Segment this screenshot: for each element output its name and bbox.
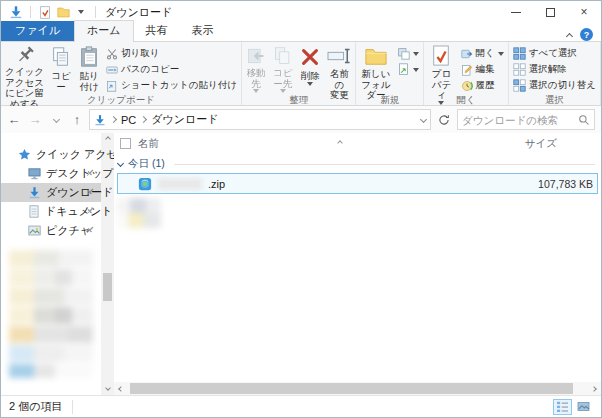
move-to-icon bbox=[246, 45, 266, 66]
large-icons-view-button[interactable] bbox=[574, 399, 593, 415]
new-folder-icon bbox=[364, 45, 388, 67]
delete-label: 削除 bbox=[301, 71, 320, 82]
address-dropdown-icon[interactable] bbox=[420, 116, 427, 123]
copy-path-icon bbox=[106, 64, 118, 76]
breadcrumb[interactable]: PC ダウンロード bbox=[89, 109, 431, 130]
collapse-ribbon-icon[interactable] bbox=[567, 29, 572, 41]
back-button[interactable]: ← bbox=[5, 111, 23, 129]
forward-button[interactable]: → bbox=[26, 111, 44, 129]
move-to-button[interactable]: 移動先 bbox=[243, 43, 269, 93]
tab-file[interactable]: ファイル bbox=[1, 21, 74, 41]
paste-shortcut-button[interactable]: ショートカットの貼り付け bbox=[103, 78, 240, 93]
qat-new-folder-icon[interactable] bbox=[54, 3, 72, 21]
document-icon bbox=[28, 205, 40, 218]
scrollbar-track[interactable] bbox=[101, 145, 114, 383]
pictures-icon bbox=[28, 225, 41, 236]
up-button[interactable]: ↑ bbox=[68, 111, 86, 129]
history-button[interactable]: 履歴 bbox=[458, 78, 507, 93]
main-area: クイック アクセス デスクトップ ダウンロード bbox=[1, 133, 601, 395]
breadcrumb-pc[interactable]: PC bbox=[121, 114, 136, 126]
copy-path-label: パスのコピー bbox=[121, 63, 179, 76]
cut-label: 切り取り bbox=[121, 47, 159, 60]
scroll-left-icon[interactable] bbox=[114, 387, 128, 391]
close-button[interactable]: × bbox=[567, 1, 601, 23]
cut-button[interactable]: 切り取り bbox=[103, 46, 240, 61]
sidebar-scrollbar[interactable] bbox=[101, 133, 114, 395]
delete-x-icon bbox=[299, 45, 321, 69]
sidebar-item-documents[interactable]: ドキュメント bbox=[1, 202, 101, 221]
hscrollbar-thumb[interactable] bbox=[130, 383, 573, 394]
details-view-button[interactable] bbox=[553, 399, 572, 415]
large-icons-view-icon bbox=[577, 401, 590, 412]
sort-ascending-icon[interactable] bbox=[338, 135, 342, 147]
maximize-icon bbox=[546, 8, 555, 17]
ribbon-tabs: ファイル ホーム 共有 表示 ? bbox=[1, 23, 601, 42]
sidebar-item-downloads[interactable]: ダウンロード bbox=[1, 183, 101, 202]
paste-button[interactable]: 貼り付け bbox=[75, 43, 103, 93]
delete-button[interactable]: 削除 bbox=[296, 43, 324, 93]
properties-button[interactable]: プロパティ bbox=[425, 43, 457, 93]
select-none-button[interactable]: 選択解除 bbox=[510, 62, 599, 77]
open-button[interactable]: 開く bbox=[458, 46, 507, 61]
tab-home[interactable]: ホーム bbox=[74, 20, 134, 42]
copy-button[interactable]: コピー bbox=[47, 43, 75, 93]
explorer-window: ダウンロード × ファイル ホーム 共有 表示 ? クイック アクセス bbox=[0, 0, 602, 418]
group-collapse-icon[interactable] bbox=[117, 159, 124, 166]
select-all-label: すべて選択 bbox=[529, 47, 577, 60]
copy-to-button[interactable]: コピー先 bbox=[269, 43, 296, 93]
divider bbox=[95, 6, 96, 18]
column-header-size[interactable]: サイズ bbox=[525, 137, 557, 151]
scroll-down-icon[interactable] bbox=[101, 383, 114, 395]
rename-button[interactable]: 名前の 変更 bbox=[324, 43, 354, 93]
breadcrumb-downloads[interactable]: ダウンロード bbox=[151, 112, 218, 127]
select-all-icon bbox=[513, 47, 526, 60]
select-all-checkbox[interactable] bbox=[120, 138, 131, 149]
column-header-name[interactable]: 名前 bbox=[138, 137, 159, 151]
recent-locations-dropdown[interactable] bbox=[47, 111, 65, 129]
file-row-zip[interactable]: .zip 107,783 KB bbox=[117, 173, 598, 194]
qat-customize-dropdown[interactable] bbox=[72, 3, 90, 21]
scroll-up-icon[interactable] bbox=[101, 133, 114, 145]
minimize-button[interactable] bbox=[499, 1, 533, 23]
easy-access-dropdown bbox=[413, 68, 419, 72]
tab-view[interactable]: 表示 bbox=[180, 21, 226, 41]
search-input[interactable] bbox=[462, 114, 578, 126]
sidebar-item-pictures[interactable]: ピクチャ bbox=[1, 221, 101, 240]
invert-selection-label: 選択の切り替え bbox=[529, 79, 596, 92]
paste-icon bbox=[78, 45, 100, 69]
properties-icon bbox=[431, 45, 451, 67]
open-dropdown bbox=[498, 52, 504, 56]
edit-button[interactable]: 編集 bbox=[458, 62, 507, 77]
copy-path-button[interactable]: パスのコピー bbox=[103, 62, 240, 77]
group-header-today[interactable]: 今日 (1) bbox=[114, 155, 601, 173]
pin-icon bbox=[85, 187, 95, 197]
ribbon-group-open: プロパティ 開く 編集 bbox=[424, 42, 509, 105]
pin-to-quick-access-button[interactable]: クイック アクセス にピン留めする bbox=[2, 43, 47, 93]
invert-selection-button[interactable]: 選択の切り替え bbox=[510, 78, 599, 93]
file-size: 107,783 KB bbox=[538, 178, 593, 190]
copy-to-label: コピー先 bbox=[272, 68, 293, 89]
hscrollbar-track[interactable] bbox=[128, 382, 587, 395]
new-folder-button[interactable]: 新しい フォルダー bbox=[357, 43, 394, 93]
paste-label: 貼り付け bbox=[78, 71, 100, 92]
maximize-button[interactable] bbox=[533, 1, 567, 23]
scrollbar-thumb[interactable] bbox=[103, 273, 112, 301]
refresh-button[interactable] bbox=[434, 109, 454, 130]
tab-share[interactable]: 共有 bbox=[134, 21, 180, 41]
help-icon[interactable]: ? bbox=[580, 28, 593, 41]
sidebar-item-desktop[interactable]: デスクトップ bbox=[1, 164, 101, 183]
paste-shortcut-label: ショートカットの貼り付け bbox=[121, 79, 237, 92]
search-box[interactable] bbox=[457, 109, 595, 130]
horizontal-scrollbar[interactable] bbox=[114, 382, 601, 395]
downloads-arrow-icon bbox=[28, 186, 41, 199]
scroll-right-icon[interactable] bbox=[587, 387, 601, 391]
sidebar-item-quick-access[interactable]: クイック アクセス bbox=[1, 145, 101, 164]
pin-icon bbox=[85, 206, 95, 216]
qat-properties-icon[interactable] bbox=[36, 3, 54, 21]
easy-access-button[interactable] bbox=[394, 62, 422, 77]
group-label: 今日 (1) bbox=[128, 157, 165, 171]
new-item-button[interactable] bbox=[394, 46, 422, 61]
pin-icon bbox=[85, 225, 95, 235]
select-all-button[interactable]: すべて選択 bbox=[510, 46, 599, 61]
search-icon[interactable] bbox=[578, 114, 590, 126]
